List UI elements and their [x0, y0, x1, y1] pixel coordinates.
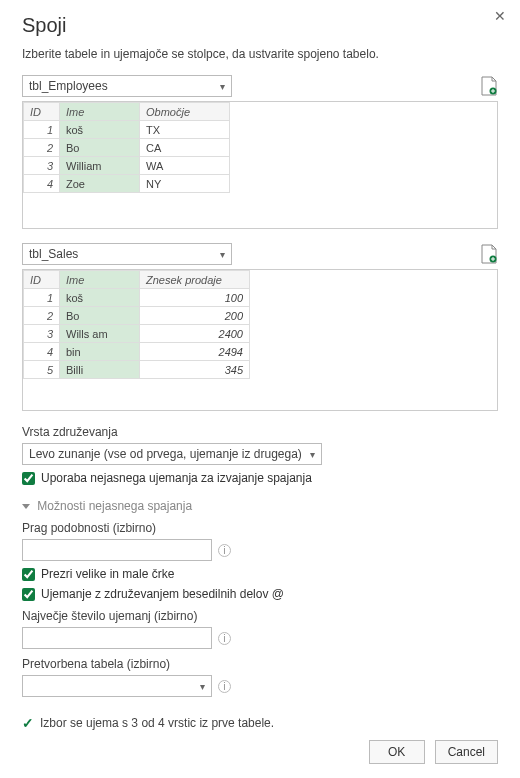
info-icon[interactable]: i — [218, 632, 231, 645]
table-row[interactable]: 3Wills am2400 — [24, 325, 250, 343]
combine-parts-input[interactable] — [22, 588, 35, 601]
info-icon[interactable]: i — [218, 544, 231, 557]
join-kind-select[interactable]: Levo zunanje (vse od prvega, ujemanje iz… — [22, 443, 322, 465]
table1-select-value: tbl_Employees — [29, 79, 108, 93]
transform-table-select[interactable]: ▾ — [22, 675, 212, 697]
table-row[interactable]: 1košTX — [24, 121, 230, 139]
chevron-down-icon: ▾ — [310, 449, 315, 460]
row-name: Zoe — [60, 175, 140, 193]
table-row[interactable]: 2Bo200 — [24, 307, 250, 325]
threshold-label: Prag podobnosti (izbirno) — [22, 521, 498, 535]
fuzzy-enable-label: Uporaba nejasnega ujemanja za izvajanje … — [41, 471, 312, 485]
table-row[interactable]: 1koš100 — [24, 289, 250, 307]
table2-select-value: tbl_Sales — [29, 247, 78, 261]
table2-preview: ID Ime Znesek prodaje 1koš1002Bo2003Will… — [22, 269, 498, 411]
row-region: CA — [140, 139, 230, 157]
row-name: Bo — [60, 139, 140, 157]
row-name: Bo — [60, 307, 140, 325]
row-amount: 2400 — [140, 325, 250, 343]
row-name: William — [60, 157, 140, 175]
table1-preview: ID Ime Območje 1košTX2BoCA3WilliamWA4Zoe… — [22, 101, 498, 229]
combine-parts-checkbox[interactable]: Ujemanje z združevanjem besedilnih delov… — [22, 587, 498, 601]
row-id: 5 — [24, 361, 60, 379]
max-matches-input[interactable] — [22, 627, 212, 649]
row-amount: 345 — [140, 361, 250, 379]
row-name: Billi — [60, 361, 140, 379]
open-table1-icon[interactable] — [480, 76, 498, 96]
table-row[interactable]: 3WilliamWA — [24, 157, 230, 175]
row-region: TX — [140, 121, 230, 139]
row-amount: 200 — [140, 307, 250, 325]
transform-table-label: Pretvorbena tabela (izbirno) — [22, 657, 498, 671]
row-id: 3 — [24, 325, 60, 343]
ignore-case-label: Prezri velike in male črke — [41, 567, 174, 581]
row-amount: 2494 — [140, 343, 250, 361]
row-id: 4 — [24, 175, 60, 193]
join-kind-value: Levo zunanje (vse od prvega, ujemanje iz… — [29, 447, 302, 461]
col-header[interactable]: Ime — [60, 103, 140, 121]
row-amount: 100 — [140, 289, 250, 307]
row-id: 1 — [24, 121, 60, 139]
ignore-case-input[interactable] — [22, 568, 35, 581]
threshold-input[interactable] — [22, 539, 212, 561]
fuzzy-enable-checkbox[interactable]: Uporaba nejasnega ujemanja za izvajanje … — [22, 471, 498, 485]
open-table2-icon[interactable] — [480, 244, 498, 264]
chevron-down-icon: ▾ — [220, 81, 225, 92]
dialog-title: Spoji — [22, 14, 498, 37]
table-row[interactable]: 4bin2494 — [24, 343, 250, 361]
triangle-down-icon — [22, 504, 30, 509]
cancel-button[interactable]: Cancel — [435, 740, 498, 764]
row-name: koš — [60, 121, 140, 139]
chevron-down-icon: ▾ — [220, 249, 225, 260]
match-status: ✓ Izbor se ujema s 3 od 4 vrstic iz prve… — [22, 715, 498, 731]
checkmark-icon: ✓ — [22, 715, 34, 731]
table2-grid[interactable]: ID Ime Znesek prodaje 1koš1002Bo2003Will… — [23, 270, 250, 379]
close-icon[interactable]: ✕ — [494, 8, 506, 24]
col-header[interactable]: ID — [24, 271, 60, 289]
match-status-text: Izbor se ujema s 3 od 4 vrstic iz prve t… — [40, 716, 274, 730]
row-id: 2 — [24, 139, 60, 157]
chevron-down-icon: ▾ — [200, 681, 205, 692]
table-row[interactable]: 5Billi345 — [24, 361, 250, 379]
fuzzy-enable-input[interactable] — [22, 472, 35, 485]
info-icon[interactable]: i — [218, 680, 231, 693]
join-kind-label: Vrsta združevanja — [22, 425, 498, 439]
table-row[interactable]: 4ZoeNY — [24, 175, 230, 193]
row-id: 4 — [24, 343, 60, 361]
dialog-subtitle: Izberite tabele in ujemajoče se stolpce,… — [22, 47, 498, 61]
fuzzy-options-header[interactable]: Možnosti nejasnega spajanja — [22, 499, 498, 513]
col-header[interactable]: Območje — [140, 103, 230, 121]
table2-select[interactable]: tbl_Sales ▾ — [22, 243, 232, 265]
row-id: 1 — [24, 289, 60, 307]
ignore-case-checkbox[interactable]: Prezri velike in male črke — [22, 567, 498, 581]
col-header[interactable]: Znesek prodaje — [140, 271, 250, 289]
col-header[interactable]: ID — [24, 103, 60, 121]
row-name: Wills am — [60, 325, 140, 343]
table-row[interactable]: 2BoCA — [24, 139, 230, 157]
table1-grid[interactable]: ID Ime Območje 1košTX2BoCA3WilliamWA4Zoe… — [23, 102, 230, 193]
table1-select[interactable]: tbl_Employees ▾ — [22, 75, 232, 97]
max-matches-label: Največje število ujemanj (izbirno) — [22, 609, 498, 623]
row-id: 3 — [24, 157, 60, 175]
row-name: bin — [60, 343, 140, 361]
row-region: WA — [140, 157, 230, 175]
combine-parts-label: Ujemanje z združevanjem besedilnih delov… — [41, 587, 284, 601]
row-id: 2 — [24, 307, 60, 325]
col-header[interactable]: Ime — [60, 271, 140, 289]
ok-button[interactable]: OK — [369, 740, 425, 764]
row-region: NY — [140, 175, 230, 193]
row-name: koš — [60, 289, 140, 307]
